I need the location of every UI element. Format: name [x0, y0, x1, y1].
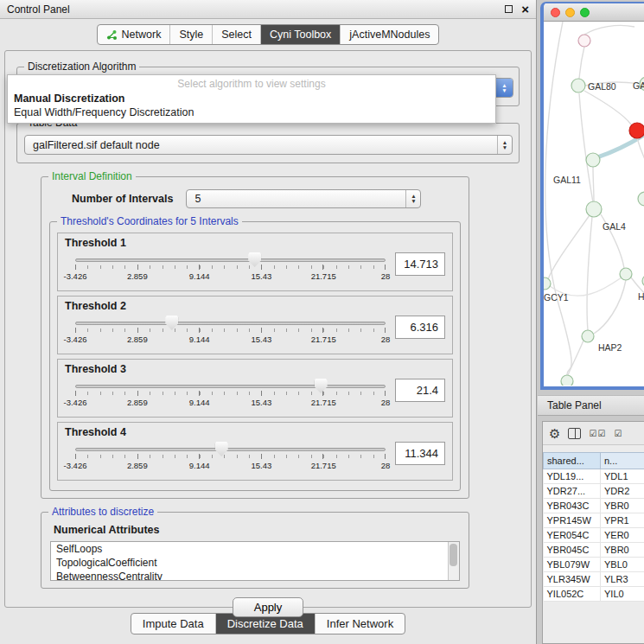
scale-label: 2.859	[127, 335, 148, 344]
list-item[interactable]: BetweennessCentrality	[51, 570, 459, 581]
dropdown-option-manual-discretization[interactable]: Manual Discretization	[8, 92, 495, 105]
table-data-combo[interactable]: galFiltered.sif default node ▲▼	[24, 135, 513, 155]
table-row: YER054CYER0	[544, 528, 644, 543]
network-node-label: GAL11	[553, 175, 581, 185]
network-node[interactable]	[544, 277, 551, 290]
network-node[interactable]	[620, 268, 632, 280]
network-edge[interactable]	[593, 167, 594, 201]
slider-track[interactable]	[75, 258, 386, 262]
table-data-selected: galFiltered.sif default node	[25, 136, 497, 154]
slider-track[interactable]	[75, 448, 386, 451]
network-node[interactable]	[582, 330, 594, 342]
threshold-value-field[interactable]: 14.713	[395, 252, 445, 276]
network-node[interactable]	[586, 201, 602, 217]
tab-select[interactable]: Select	[212, 25, 260, 44]
threshold-label: Threshold 1	[65, 237, 445, 249]
network-edge[interactable]	[579, 93, 593, 202]
network-node[interactable]	[586, 153, 600, 167]
combo-arrows-icon: ▲▼	[497, 136, 512, 154]
number-of-intervals-value: 5	[187, 190, 405, 207]
list-item[interactable]: SelfLoops	[51, 542, 459, 556]
group-title: Interval Definition	[48, 170, 136, 182]
tab-jactivemnodules[interactable]: jActiveMNodules	[340, 25, 438, 44]
table-panel-header[interactable]: Table Panel	[538, 395, 644, 416]
combo-arrows-icon: ▲▼	[495, 79, 513, 97]
table-row: YLR345WYLR3	[544, 572, 644, 587]
column-header-name[interactable]: n...	[601, 453, 644, 469]
scale-label: 9.144	[189, 335, 210, 344]
threshold-value-field[interactable]: 21.4	[395, 379, 445, 402]
network-edge[interactable]	[579, 47, 584, 79]
minimize-traffic-light-icon[interactable]	[565, 8, 575, 17]
scale-label: -3.426	[64, 271, 87, 281]
slider-track[interactable]	[75, 322, 386, 325]
slider-scale: -3.426 2.859 9.144 15.43 21.715 28	[75, 335, 386, 345]
network-node[interactable]	[629, 123, 644, 138]
combo-arrows-icon: ▲▼	[405, 190, 420, 207]
network-window-titlebar	[544, 3, 644, 22]
tab-cyni-toolbox[interactable]: Cyni Toolbox	[260, 25, 340, 44]
network-edge[interactable]	[637, 138, 644, 169]
scale-label: 15.43	[252, 335, 272, 344]
table-data-group: Table Data galFiltered.sif default node …	[16, 123, 520, 163]
dropdown-option-equal-width-frequency[interactable]: Equal Width/Frequency Discretization	[8, 105, 495, 119]
network-edge[interactable]	[545, 22, 571, 375]
threshold-slider[interactable]: -3.426 2.859 9.144 15.43 21.715 28	[75, 377, 386, 411]
control-panel-window: Control Panel × Network Style	[0, 0, 537, 644]
network-edge[interactable]	[568, 341, 583, 375]
select-columns-checkbox-icon[interactable]: ☑☑	[589, 429, 606, 438]
close-traffic-light-icon[interactable]	[551, 8, 560, 17]
interval-definition-group: Interval Definition Number of Intervals …	[41, 176, 469, 499]
scale-label: 28	[381, 461, 391, 470]
network-edge[interactable]	[584, 91, 631, 124]
tab-style[interactable]: Style	[169, 25, 212, 44]
scale-label: 15.43	[252, 271, 272, 281]
list-item[interactable]: TopologicalCoefficient	[51, 556, 459, 570]
scale-label: 28	[381, 398, 391, 407]
scale-label: 21.715	[311, 398, 336, 407]
network-edge[interactable]	[594, 280, 626, 334]
column-header-shared-name[interactable]: shared...	[544, 453, 601, 469]
attributes-group: Attributes to discretize Numerical Attri…	[41, 512, 469, 589]
close-icon[interactable]: ×	[521, 5, 529, 14]
apply-button[interactable]: Apply	[233, 597, 304, 617]
network-edge[interactable]	[587, 217, 592, 330]
scrollbar-thumb[interactable]	[450, 544, 457, 566]
scale-label: 2.859	[127, 271, 148, 281]
table-panel-toolbar: ⚙ ☑☑ ☑	[543, 422, 644, 445]
float-window-icon[interactable]	[505, 5, 513, 13]
network-node[interactable]	[561, 375, 573, 386]
threshold-value-field[interactable]: 11.344	[395, 442, 445, 465]
columns-icon[interactable]	[568, 428, 581, 439]
scale-label: 15.43	[252, 461, 272, 470]
scale-label: 9.144	[189, 461, 210, 470]
scale-label: -3.426	[64, 335, 87, 344]
top-tabstrip: Network Style Select Cyni Toolbox jActiv…	[97, 24, 440, 45]
settings-gear-icon[interactable]: ⚙	[549, 427, 560, 440]
control-panel-body: Network Style Select Cyni Toolbox jActiv…	[0, 19, 536, 644]
slider-track[interactable]	[75, 385, 386, 388]
threshold-slider[interactable]: -3.426 2.859 9.144 15.43 21.715 28	[75, 251, 386, 285]
select-all-checkbox-icon[interactable]: ☑	[614, 429, 622, 438]
cyni-toolbox-panel: Discretization Algorithm ▲▼ Select algor…	[4, 50, 532, 608]
network-canvas[interactable]: GAL80GAGAL11GAL4GCY1HHAP2	[544, 22, 644, 386]
network-node[interactable]	[638, 192, 644, 206]
network-node[interactable]	[578, 35, 590, 47]
tab-network[interactable]: Network	[98, 25, 170, 44]
table-panel-title: Table Panel	[547, 399, 602, 411]
zoom-traffic-light-icon[interactable]	[580, 8, 590, 17]
scale-label: 21.715	[311, 335, 336, 344]
table-row: YBR043CYBR0	[544, 499, 644, 513]
table-row: YDR27...YDR2	[544, 484, 644, 499]
attributes-list: SelfLoops TopologicalCoefficient Between…	[50, 541, 460, 581]
scale-label: 28	[381, 271, 391, 281]
network-node[interactable]	[571, 79, 585, 92]
network-edge[interactable]	[584, 25, 634, 35]
slider-ticks	[75, 265, 386, 270]
threshold-slider[interactable]: -3.426 2.859 9.144 15.43 21.715 28	[75, 440, 386, 475]
threshold-slider[interactable]: -3.426 2.859 9.144 15.43 21.715 28	[75, 314, 386, 348]
number-of-intervals-combo[interactable]: 5 ▲▼	[186, 189, 421, 208]
threshold-value-field[interactable]: 6.316	[395, 316, 445, 339]
list-scrollbar[interactable]	[448, 542, 459, 580]
network-edge[interactable]	[548, 215, 590, 279]
